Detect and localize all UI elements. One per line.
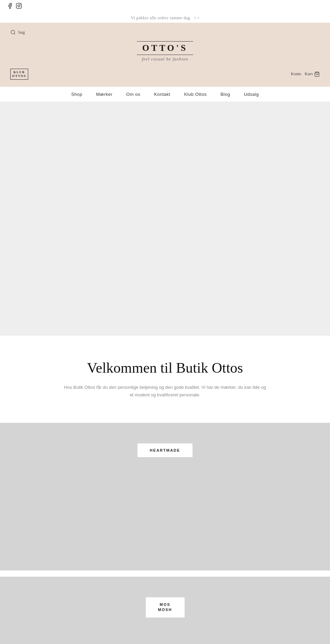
announcement-text: Vi pakker alle ordrer samme dag [131,15,190,21]
svg-point-2 [20,4,21,5]
search-label: Søg [18,30,25,35]
header-bottom: KLUB OTTOS Konto Kurv [10,69,320,80]
header: Søg OTTO'S feel casual be fashion KLUB O… [0,23,330,87]
nav-item-blog[interactable]: Blog [220,92,230,97]
klub-line2: OTTOS [12,74,26,78]
klub-ottos-badge[interactable]: KLUB OTTOS [10,69,28,80]
instagram-icon[interactable] [16,3,22,10]
account-cart: Konto Kurv [291,71,320,77]
social-links [7,3,22,10]
hero-image [0,102,330,336]
cart-icon [314,71,320,77]
facebook-icon[interactable] [7,3,13,10]
prev-arrow[interactable]: ‹ [194,15,196,21]
cart-link[interactable]: Kurv [305,71,320,77]
search-bar[interactable]: Søg [10,30,320,35]
brand-card-mos-mosh: MOS MOSH [0,577,330,644]
logo-main-text: OTTO'S [137,41,193,55]
nav-item-maerker[interactable]: Mærker [96,92,113,97]
nav-item-om-os[interactable]: Om os [126,92,140,97]
account-link[interactable]: Konto [291,71,301,77]
nav-item-klub-ottos[interactable]: Klub Ottos [184,92,207,97]
welcome-title: Velkommen til Butik Ottos [62,360,268,376]
logo[interactable]: OTTO'S feel casual be fashion [131,41,199,62]
brand-cards-section: HEARTMADE MOS MOSH IDEA KUDIBAL [0,423,330,644]
welcome-section: Velkommen til Butik Ottos Hos Butik Otto… [0,336,330,423]
announcement-nav: ‹ › [194,15,199,21]
brand-button-mos-mosh[interactable]: MOS MOSH [146,597,185,618]
svg-rect-0 [16,3,22,9]
next-arrow[interactable]: › [197,15,199,21]
brand-card-heartmade: HEARTMADE [0,423,330,570]
svg-point-1 [18,5,20,7]
nav-item-udsalg[interactable]: Udsalg [244,92,258,97]
search-icon [10,30,16,35]
main-nav: Shop Mærker Om os Kontakt Klub Ottos Blo… [0,87,330,102]
svg-point-3 [11,30,15,34]
top-bar [0,0,330,13]
logo-tagline: feel casual be fashion [131,56,199,62]
welcome-text: Hos Butik Ottos får du den personlige be… [62,384,268,399]
svg-line-4 [14,33,15,34]
brand-button-heartmade[interactable]: HEARTMADE [138,443,192,457]
nav-item-shop[interactable]: Shop [71,92,82,97]
nav-item-kontakt[interactable]: Kontakt [154,92,170,97]
klub-line1: KLUB [13,70,25,74]
announcement-bar: Vi pakker alle ordrer samme dag ‹ › [0,13,330,23]
